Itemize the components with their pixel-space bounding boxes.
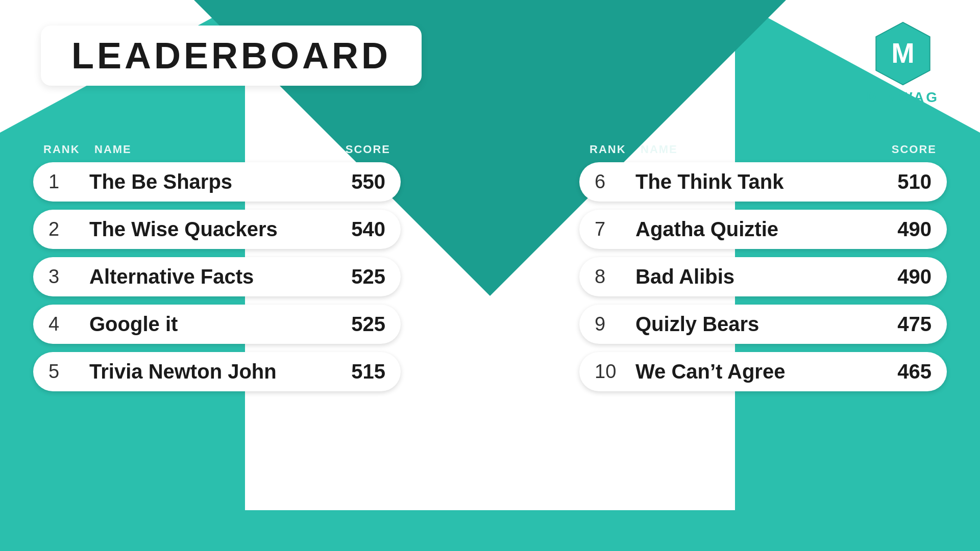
score-6: 510 <box>870 170 932 193</box>
leaderboard-title: LEADERBOARD <box>71 35 391 76</box>
svg-text:M: M <box>891 38 915 69</box>
score-5: 515 <box>324 360 385 383</box>
right-leaderboard-panel: RANK NAME SCORE 6 The Think Tank 510 7 A… <box>579 143 947 399</box>
name-3: Alternative Facts <box>89 265 324 288</box>
table-row: 7 Agatha Quiztie 490 <box>579 210 947 249</box>
score-10: 465 <box>870 360 932 383</box>
table-row: 3 Alternative Facts 525 <box>33 257 401 296</box>
table-row: 10 We Can’t Agree 465 <box>579 352 947 391</box>
minwag-logo-icon: M <box>872 20 934 87</box>
rank-10: 10 <box>595 361 635 383</box>
right-name-header: NAME <box>641 143 875 156</box>
name-10: We Can’t Agree <box>635 360 870 383</box>
left-rank-header: RANK <box>43 143 94 156</box>
table-row: 2 The Wise Quackers 540 <box>33 210 401 249</box>
table-row: 6 The Think Tank 510 <box>579 162 947 202</box>
score-3: 525 <box>324 265 385 288</box>
table-row: 1 The Be Sharps 550 <box>33 162 401 202</box>
score-7: 490 <box>870 218 932 241</box>
name-1: The Be Sharps <box>89 170 324 193</box>
table-row: 9 Quizly Bears 475 <box>579 305 947 344</box>
right-rank-header: RANK <box>590 143 641 156</box>
rank-7: 7 <box>595 218 635 240</box>
right-score-header: SCORE <box>875 143 937 156</box>
name-8: Bad Alibis <box>635 265 870 288</box>
name-6: The Think Tank <box>635 170 870 193</box>
score-9: 475 <box>870 313 932 336</box>
table-row: 4 Google it 525 <box>33 305 401 344</box>
rank-1: 1 <box>48 171 89 193</box>
name-4: Google it <box>89 313 324 336</box>
rank-3: 3 <box>48 266 89 288</box>
left-name-header: NAME <box>94 143 329 156</box>
left-col-headers: RANK NAME SCORE <box>33 143 401 156</box>
score-1: 550 <box>324 170 385 193</box>
score-8: 490 <box>870 265 932 288</box>
score-4: 525 <box>324 313 385 336</box>
logo-container: M MINWAG <box>867 20 939 106</box>
name-7: Agatha Quiztie <box>635 218 870 241</box>
rank-5: 5 <box>48 361 89 383</box>
rank-4: 4 <box>48 313 89 335</box>
name-2: The Wise Quackers <box>89 218 324 241</box>
rank-9: 9 <box>595 313 635 335</box>
table-row: 5 Trivia Newton John 515 <box>33 352 401 391</box>
left-score-header: SCORE <box>329 143 390 156</box>
name-5: Trivia Newton John <box>89 360 324 383</box>
leaderboard-title-container: LEADERBOARD <box>41 26 422 86</box>
left-leaderboard-panel: RANK NAME SCORE 1 The Be Sharps 550 2 Th… <box>33 143 401 399</box>
rank-6: 6 <box>595 171 635 193</box>
score-2: 540 <box>324 218 385 241</box>
brand-name: MINWAG <box>867 89 939 106</box>
name-9: Quizly Bears <box>635 313 870 336</box>
rank-2: 2 <box>48 218 89 240</box>
table-row: 8 Bad Alibis 490 <box>579 257 947 296</box>
right-col-headers: RANK NAME SCORE <box>579 143 947 156</box>
rank-8: 8 <box>595 266 635 288</box>
